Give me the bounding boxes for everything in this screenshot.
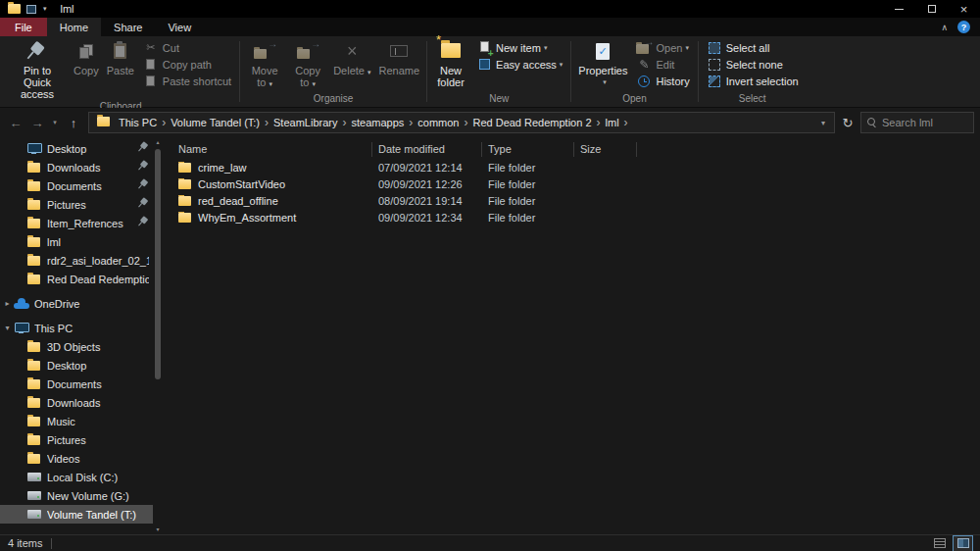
file-row-crime-law[interactable]: crime_law 07/09/2021 12:14 File folder	[163, 159, 980, 175]
back-button[interactable]: ←	[6, 112, 25, 133]
history-button[interactable]: History	[631, 73, 694, 89]
invert-selection-button[interactable]: Invert selection	[702, 73, 804, 89]
address-dropdown-chevron-icon[interactable]: ▾	[818, 119, 828, 127]
scroll-up-icon[interactable]: ▴	[156, 137, 159, 147]
move-to-button[interactable]: → Move to▾	[244, 36, 285, 90]
recent-locations-chevron-icon[interactable]: ▾	[49, 112, 61, 133]
sidebar-item-label: Local Disk (C:)	[47, 472, 149, 483]
sidebar-item-downloads[interactable]: Downloads	[0, 158, 153, 176]
cut-button[interactable]: ✂ Cut	[138, 39, 236, 56]
collapse-ribbon-icon[interactable]: ∧	[941, 23, 948, 32]
sidebar-item-this-pc[interactable]: ▾ This PC	[0, 319, 153, 337]
collapse-chevron-icon[interactable]: ▾	[2, 324, 13, 332]
qat-window-icon[interactable]	[26, 5, 36, 14]
properties-button[interactable]: ✓ Properties ▾	[575, 36, 630, 88]
breadcrumb-volume-tandel[interactable]: Volume Tandel (T:)	[166, 117, 265, 128]
ribbon-group-open: ✓ Properties ▾ → Open ▾ ✎ Edit	[572, 36, 696, 107]
search-input[interactable]	[882, 117, 967, 128]
paste-shortcut-button[interactable]: Paste shortcut	[138, 73, 236, 89]
pin-to-quick-access-button[interactable]: Pin to Quick access	[6, 36, 69, 100]
breadcrumb-steamlibrary[interactable]: SteamLibrary	[269, 117, 342, 128]
refresh-button[interactable]: ↻	[837, 112, 858, 133]
open-icon: →	[636, 41, 652, 54]
maximize-button[interactable]	[915, 0, 948, 18]
file-row-customstartvideo[interactable]: CustomStartVideo 09/09/2021 12:26 File f…	[163, 175, 980, 192]
tab-file[interactable]: File	[0, 18, 47, 36]
delete-button[interactable]: × Delete▾	[330, 36, 373, 78]
forward-button[interactable]: →	[27, 112, 47, 133]
sidebar-item-documents[interactable]: Documents	[0, 176, 153, 195]
breadcrumb-red-dead-redemption-2[interactable]: Red Dead Redemption 2	[467, 117, 596, 128]
search-box	[860, 112, 974, 133]
qat-customize-chevron-icon[interactable]: ▾	[43, 5, 47, 13]
help-icon[interactable]: ?	[957, 21, 970, 33]
close-button[interactable]: ×	[948, 0, 980, 18]
breadcrumb-this-pc[interactable]: This PC	[114, 117, 162, 128]
sidebar-item-pc-desktop[interactable]: Desktop	[0, 356, 153, 375]
sidebar-item-onedrive[interactable]: ▸ OneDrive	[0, 294, 153, 313]
sidebar-item-music[interactable]: Music	[0, 412, 153, 430]
copy-to-icon: →	[297, 43, 318, 59]
column-header-size[interactable]: Size	[574, 142, 637, 157]
drive-icon	[27, 473, 41, 481]
sidebar-item-pc-downloads[interactable]: Downloads	[0, 393, 153, 412]
sidebar-item-3d-objects[interactable]: 3D Objects	[0, 337, 153, 356]
sidebar-item-lml[interactable]: lml	[0, 232, 153, 251]
file-row-whyem-assortment[interactable]: WhyEm_Assortment 09/09/2021 12:34 File f…	[163, 209, 980, 225]
select-all-button[interactable]: Select all	[702, 39, 804, 56]
open-button[interactable]: → Open ▾	[631, 39, 694, 56]
details-view-button[interactable]	[930, 536, 949, 551]
sidebar-item-item-refrences[interactable]: Item_Refrences	[0, 214, 153, 232]
new-folder-button[interactable]: * New folder	[431, 36, 470, 88]
sidebar-item-pc-pictures[interactable]: Pictures	[0, 430, 153, 449]
folder-icon	[97, 117, 110, 126]
column-header-type[interactable]: Type	[482, 142, 574, 157]
tab-view[interactable]: View	[155, 18, 204, 36]
easy-access-button[interactable]: Easy access ▾	[471, 56, 567, 73]
new-item-button[interactable]: + New item ▾	[471, 39, 567, 56]
scroll-down-icon[interactable]: ▾	[156, 525, 159, 534]
copy-path-button[interactable]: Copy path	[138, 56, 236, 73]
sidebar-item-rdr2-asi-loader[interactable]: rdr2_asi_loader_02_1	[0, 251, 153, 270]
paste-button[interactable]: Paste	[104, 36, 137, 76]
breadcrumb-common[interactable]: common	[413, 117, 464, 128]
folder-icon	[27, 417, 40, 426]
scrollbar-thumb[interactable]	[155, 149, 161, 379]
paste-icon	[114, 43, 126, 59]
sidebar-scrollbar[interactable]: ▴ ▾	[153, 137, 163, 534]
tab-share[interactable]: Share	[101, 18, 155, 36]
sidebar-item-new-volume-g[interactable]: New Volume (G:)	[0, 486, 153, 505]
up-button[interactable]: ↑	[63, 112, 84, 133]
copy-to-button[interactable]: → Copy to▾	[287, 36, 328, 90]
sidebar-item-pictures[interactable]: Pictures	[0, 195, 153, 214]
rename-button[interactable]: Rename	[375, 36, 422, 76]
select-none-button[interactable]: Select none	[702, 56, 804, 73]
drive-icon	[27, 491, 41, 500]
column-header-date-modified[interactable]: Date modified	[372, 142, 482, 157]
sidebar-item-network[interactable]: ▸ Network	[0, 529, 153, 534]
scissors-icon: ✂	[143, 41, 159, 54]
file-row-red-dead-offline[interactable]: red_dead_offline 08/09/2021 19:14 File f…	[163, 192, 980, 209]
edit-button[interactable]: ✎ Edit	[631, 56, 694, 73]
tab-home[interactable]: Home	[47, 18, 101, 36]
address-box[interactable]: This PC › Volume Tandel (T:) › SteamLibr…	[88, 112, 835, 133]
copy-button[interactable]: Copy	[71, 36, 102, 76]
breadcrumb-steamapps[interactable]: steamapps	[346, 117, 409, 128]
sidebar-item-red-dead-redemption-2[interactable]: Red Dead Redemption 2	[0, 270, 153, 288]
sidebar-item-desktop[interactable]: Desktop	[0, 139, 153, 158]
minimize-button[interactable]	[883, 0, 915, 18]
file-date: 09/09/2021 12:26	[372, 178, 482, 190]
sidebar-item-pc-documents[interactable]: Documents	[0, 375, 153, 393]
sidebar-item-videos[interactable]: Videos	[0, 449, 153, 468]
plus-icon: +	[488, 50, 494, 58]
sidebar-item-volume-tandel-t[interactable]: Volume Tandel (T:)	[0, 505, 153, 524]
sidebar-item-local-disk-c[interactable]: Local Disk (C:)	[0, 468, 153, 486]
breadcrumb-chevron-icon[interactable]: ›	[624, 116, 628, 129]
sidebar-item-label: Documents	[47, 180, 134, 192]
column-header-name[interactable]: Name	[163, 142, 372, 157]
breadcrumb-lml[interactable]: lml	[601, 117, 624, 128]
sidebar-item-label: Videos	[47, 453, 149, 465]
large-icons-view-button[interactable]	[954, 536, 972, 551]
select-none-label: Select none	[726, 59, 783, 71]
expand-chevron-icon[interactable]: ▸	[2, 299, 13, 308]
